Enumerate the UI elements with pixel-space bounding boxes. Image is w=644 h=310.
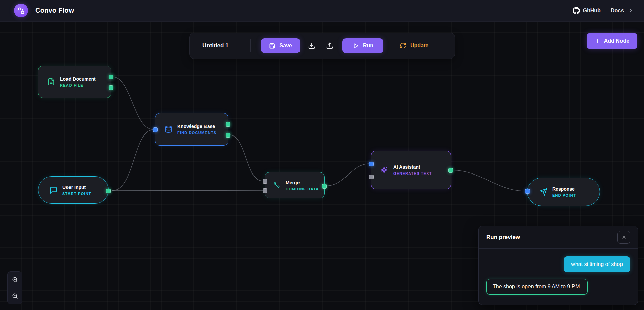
node-user-input[interactable]: User Input START POINT [38, 176, 109, 204]
save-button[interactable]: Save [261, 38, 300, 53]
user-message-bubble: what si timing of shop [564, 256, 630, 272]
plus-icon [595, 38, 601, 44]
node-subtitle: FIND DOCUMENTS [177, 131, 216, 135]
run-preview-panel: Run preview what si timing of shop The s… [478, 226, 638, 305]
output-handle[interactable] [226, 133, 230, 138]
node-ai-assistant[interactable]: AI Assistant GENERATES TEXT [371, 151, 451, 189]
add-node-button[interactable]: Add Node [587, 33, 637, 49]
app-title: Convo Flow [35, 7, 74, 14]
node-load-document[interactable]: Load Document READ FILE [38, 66, 111, 98]
node-knowledge-base[interactable]: Knowledge Base FIND DOCUMENTS [155, 113, 228, 146]
zoom-controls [7, 271, 22, 304]
header-nav: GitHub Docs [573, 7, 634, 14]
app-header: Convo Flow GitHub Docs [0, 0, 644, 22]
bot-message-bubble: The shop is open from 9 AM to 9 PM. [486, 279, 588, 295]
close-preview-button[interactable] [617, 231, 630, 244]
edge-userinput-merge [112, 190, 263, 191]
input-handle[interactable] [263, 188, 267, 193]
zoom-in-button[interactable] [8, 272, 22, 288]
output-handle[interactable] [109, 75, 113, 79]
node-subtitle: START POINT [62, 192, 91, 196]
output-handle[interactable] [448, 168, 453, 173]
flow-toolbar: Untitled 1 Save Run Update [189, 33, 455, 59]
refresh-icon [400, 42, 406, 49]
download-button[interactable] [305, 39, 318, 52]
node-title: Merge [286, 180, 319, 185]
app-logo-icon [14, 4, 28, 17]
brand: Convo Flow [14, 4, 74, 17]
send-icon [540, 188, 547, 196]
toolbar-divider [250, 39, 251, 52]
input-handle[interactable] [263, 179, 267, 184]
output-handle[interactable] [226, 122, 230, 127]
node-subtitle: COMBINE DATA [286, 187, 319, 191]
edge-loaddoc-knowledgebase [112, 77, 153, 129]
node-title: User Input [62, 185, 91, 190]
add-node-label: Add Node [604, 38, 630, 44]
github-link[interactable]: GitHub [573, 7, 601, 14]
zoom-out-icon [12, 293, 18, 299]
node-subtitle: READ FILE [60, 83, 96, 87]
chevron-right-icon [627, 7, 634, 14]
docs-label: Docs [611, 8, 624, 14]
input-handle[interactable] [525, 189, 530, 194]
sparkles-icon [380, 166, 388, 174]
output-handle[interactable] [322, 184, 327, 189]
edge-userinput-knowledgebase [112, 130, 153, 191]
run-preview-body: what si timing of shop The shop is open … [479, 249, 638, 302]
flow-name[interactable]: Untitled 1 [202, 42, 241, 49]
file-text-icon [47, 78, 55, 86]
play-icon [353, 43, 359, 49]
output-handle[interactable] [109, 85, 113, 90]
github-icon [573, 7, 580, 14]
node-title: Load Document [60, 76, 96, 82]
run-preview-title: Run preview [486, 234, 520, 241]
run-label: Run [363, 43, 373, 49]
database-icon [165, 125, 172, 133]
upload-button[interactable] [323, 39, 336, 52]
input-handle[interactable] [153, 127, 158, 132]
node-subtitle: END POINT [552, 193, 576, 197]
update-button[interactable]: Update [397, 38, 431, 53]
node-response[interactable]: Response END POINT [527, 178, 600, 206]
github-label: GitHub [583, 8, 601, 14]
upload-icon [326, 42, 333, 49]
download-icon [308, 42, 315, 49]
zoom-out-button[interactable] [8, 288, 22, 304]
run-preview-header: Run preview [479, 226, 638, 249]
update-label: Update [410, 43, 428, 49]
edge-merge-aiassistant [325, 164, 370, 186]
input-handle[interactable] [369, 175, 374, 179]
edge-knowledgebase-merge [229, 135, 263, 181]
node-title: Response [552, 186, 576, 192]
docs-link[interactable]: Docs [611, 7, 634, 14]
edge-aiassistant-response [452, 170, 525, 191]
node-merge[interactable]: Merge COMBINE DATA [265, 172, 325, 198]
close-icon [621, 235, 627, 240]
output-handle[interactable] [106, 189, 111, 193]
node-title: Knowledge Base [177, 124, 216, 129]
merge-icon [273, 182, 281, 189]
save-label: Save [279, 43, 292, 49]
zoom-in-icon [12, 276, 18, 283]
node-subtitle: GENERATES TEXT [393, 171, 432, 176]
node-title: AI Assistant [393, 164, 432, 170]
input-handle[interactable] [369, 162, 374, 166]
run-button[interactable]: Run [342, 38, 383, 53]
chat-bubble-icon [50, 186, 57, 194]
save-icon [269, 43, 275, 49]
